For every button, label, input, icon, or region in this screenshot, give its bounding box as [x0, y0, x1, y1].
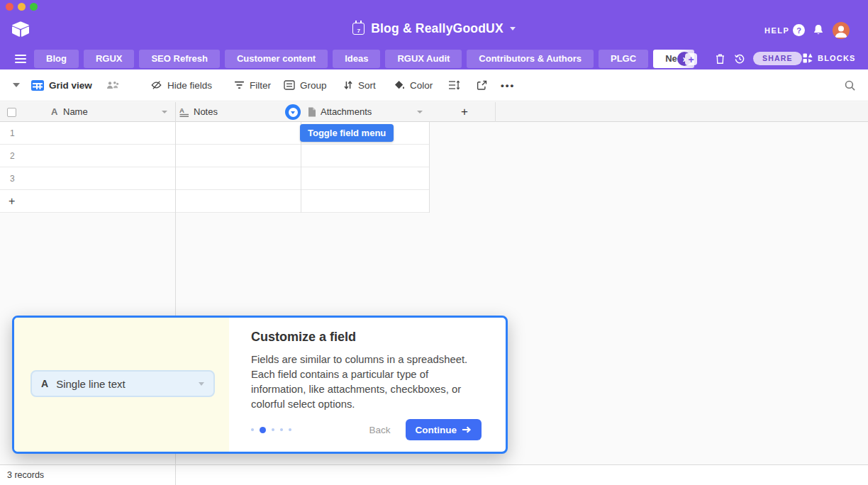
window-close-button[interactable] [6, 3, 13, 11]
tabbar: Blog RGUX SEO Refresh Customer content I… [0, 48, 868, 69]
pagination-dot [289, 428, 291, 431]
tab-plgc[interactable]: PLGC [599, 50, 648, 68]
color-button[interactable]: Color [394, 69, 433, 101]
titlebar: 7 Blog & ReallyGoodUX HELP ? [0, 0, 868, 48]
single-line-text-icon: A [41, 378, 48, 389]
modal-illustration-panel: A Single line text [14, 318, 229, 452]
notifications-bell-icon[interactable] [813, 24, 824, 36]
blocks-button[interactable]: BLOCKS [803, 53, 856, 63]
active-tab-label: Ne [665, 53, 677, 64]
sort-label: Sort [358, 80, 376, 91]
column-divider [495, 102, 496, 122]
share-view-button[interactable] [477, 69, 487, 101]
hide-fields-label: Hide fields [167, 80, 212, 91]
chevron-down-icon [510, 27, 516, 30]
row-number: 1 [10, 122, 15, 145]
toggle-field-menu-tooltip: Toggle field menu [300, 124, 394, 142]
window-zoom-button[interactable] [30, 3, 38, 11]
filter-button[interactable]: Filter [234, 69, 271, 101]
tab-ideas[interactable]: Ideas [333, 50, 380, 68]
sort-icon [343, 80, 353, 90]
pagination-dot [280, 428, 283, 431]
color-label: Color [410, 80, 433, 91]
row-number: 3 [10, 167, 15, 190]
customize-field-modal: A Single line text Customize a field Fie… [12, 316, 508, 454]
toggle-field-menu-button[interactable] [285, 104, 301, 120]
table-tabs: Blog RGUX SEO Refresh Customer content I… [34, 50, 694, 68]
hide-fields-button[interactable]: Hide fields [150, 69, 212, 101]
pagination-dot [251, 428, 254, 431]
user-avatar[interactable] [833, 22, 850, 39]
view-toolbar: Grid view Hide fields Filter [0, 69, 868, 101]
more-options-button[interactable]: ••• [501, 69, 515, 101]
view-name: Grid view [49, 80, 92, 91]
filter-label: Filter [250, 80, 271, 91]
add-field-button[interactable]: + [0, 102, 495, 122]
hide-fields-icon [150, 79, 162, 91]
modal-body-text: Fields are similar to columns in a sprea… [251, 352, 472, 412]
airtable-app: 7 Blog & ReallyGoodUX HELP ? Blog RGUX S… [0, 0, 868, 485]
statusbar: 3 records [0, 464, 868, 485]
modal-footer: Back Continue [251, 419, 482, 440]
tab-rgux-audit[interactable]: RGUX Audit [385, 50, 462, 68]
row-height-icon [448, 80, 460, 90]
add-row-button[interactable]: + [0, 190, 429, 213]
grid-header-row: A Name A Notes Attachments + [0, 102, 868, 122]
blocks-icon [803, 53, 813, 63]
tab-blog[interactable]: Blog [34, 50, 79, 68]
group-icon [284, 80, 295, 90]
grid-view-icon [31, 80, 44, 91]
filter-icon [234, 81, 245, 89]
collaborators-icon[interactable] [106, 69, 120, 101]
chevron-down-icon [199, 382, 204, 386]
help-icon[interactable]: ? [793, 24, 805, 36]
continue-label: Continue [416, 425, 457, 435]
modal-title: Customize a field [251, 330, 506, 345]
tab-customer-content[interactable]: Customer content [225, 50, 328, 68]
column-divider [429, 122, 430, 213]
row-number: 2 [10, 145, 15, 167]
row-height-button[interactable] [448, 69, 460, 101]
search-icon[interactable] [844, 69, 856, 101]
table-row[interactable]: 3 [0, 167, 429, 190]
sort-button[interactable]: Sort [343, 69, 376, 101]
tab-seo-refresh[interactable]: SEO Refresh [139, 50, 219, 68]
help-button[interactable]: HELP [764, 26, 789, 35]
color-icon [394, 80, 405, 91]
group-label: Group [300, 80, 327, 91]
field-type-dropdown[interactable]: A Single line text [30, 370, 215, 397]
share-button[interactable]: SHARE [753, 52, 802, 65]
blocks-label: BLOCKS [818, 54, 856, 62]
window-minimize-button[interactable] [18, 3, 26, 11]
group-button[interactable]: Group [284, 69, 327, 101]
hamburger-menu-icon[interactable] [15, 55, 26, 63]
base-title: Blog & ReallyGoodUX [371, 21, 503, 36]
add-table-button[interactable]: + [685, 53, 697, 65]
chevron-down-icon [289, 108, 298, 117]
pagination-dots [251, 427, 291, 433]
share-view-icon [477, 80, 487, 91]
continue-button[interactable]: Continue [406, 419, 482, 440]
arrow-right-icon [462, 426, 472, 433]
tab-contributors-authors[interactable]: Contributors & Authors [467, 50, 594, 68]
plus-icon: + [9, 190, 15, 213]
calendar-icon: 7 [352, 23, 365, 35]
field-type-value: Single line text [56, 378, 126, 390]
view-sidebar-caret[interactable] [13, 69, 20, 101]
trash-icon[interactable] [715, 53, 725, 65]
tab-rgux[interactable]: RGUX [84, 50, 135, 68]
back-button[interactable]: Back [369, 425, 390, 435]
modal-content-panel: Customize a field Fields are similar to … [229, 318, 506, 452]
table-row[interactable]: 2 [0, 145, 429, 167]
base-title-group[interactable]: 7 Blog & ReallyGoodUX [0, 21, 868, 36]
pagination-dot [272, 428, 274, 431]
record-count: 3 records [7, 465, 44, 485]
pagination-dot-active [260, 427, 266, 433]
history-icon[interactable] [734, 53, 745, 65]
view-switcher[interactable]: Grid view [31, 69, 92, 101]
